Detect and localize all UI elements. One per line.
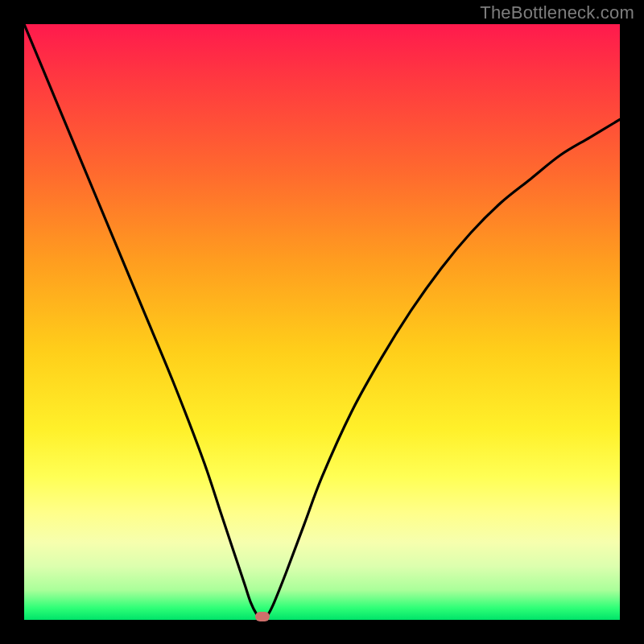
chart-frame: TheBottleneck.com — [0, 0, 644, 644]
optimal-point-marker — [255, 612, 270, 621]
plot-area — [24, 24, 620, 620]
watermark-text: TheBottleneck.com — [480, 2, 634, 23]
bottleneck-curve — [24, 24, 620, 620]
